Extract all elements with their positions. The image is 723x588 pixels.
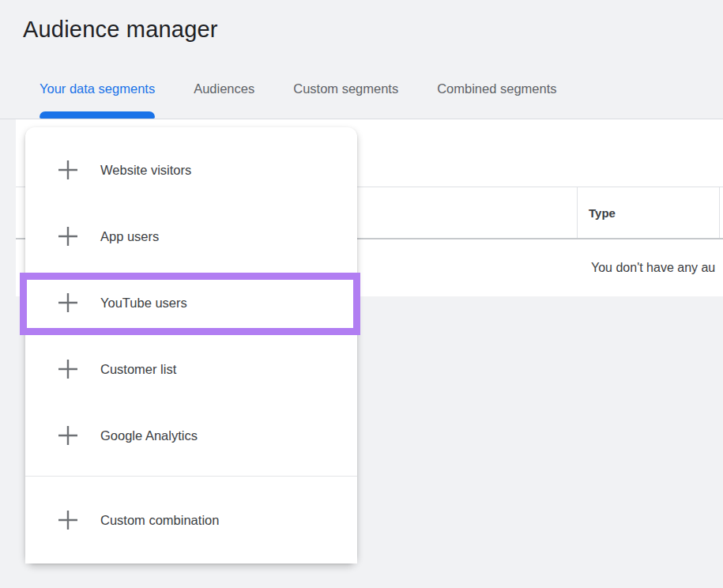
plus-icon [56,357,80,381]
menu-item-google-analytics[interactable]: Google Analytics [25,402,357,469]
plus-icon [56,291,80,315]
tab-audiences[interactable]: Audiences [194,71,254,119]
plus-icon [56,158,80,182]
menu-item-label: Custom combination [100,513,219,528]
menu-item-label: Google Analytics [100,428,198,443]
tab-your-data-segments[interactable]: Your data segments [40,71,155,119]
menu-item-label: YouTube users [100,296,187,311]
menu-item-website-visitors[interactable]: Website visitors [25,137,357,203]
tab-combined-segments[interactable]: Combined segments [437,71,556,119]
column-divider [577,187,578,238]
tab-custom-segments[interactable]: Custom segments [293,71,398,119]
plus-icon [56,508,80,532]
tab-label: Audiences [194,81,254,96]
page-title: Audience manager [23,17,218,43]
create-segment-menu: Website visitors App users YouTube users… [25,127,357,564]
tab-label: Your data segments [40,81,155,96]
menu-item-custom-combination[interactable]: Custom combination [25,477,357,564]
tab-label: Combined segments [437,81,556,96]
empty-state-message: You don't have any au [591,239,715,296]
menu-item-label: Customer list [100,362,176,377]
tab-bar: Your data segments Audiences Custom segm… [0,71,723,119]
menu-item-label: Website visitors [100,163,191,178]
menu-item-youtube-users[interactable]: YouTube users [25,270,357,336]
column-divider [719,187,720,238]
active-tab-indicator [40,111,155,119]
column-header-type[interactable]: Type [589,187,616,238]
plus-icon [56,224,80,248]
menu-item-label: App users [100,229,159,244]
tab-label: Custom segments [293,81,398,96]
menu-item-app-users[interactable]: App users [25,203,357,270]
plus-icon [56,424,80,447]
menu-item-customer-list[interactable]: Customer list [25,336,357,402]
